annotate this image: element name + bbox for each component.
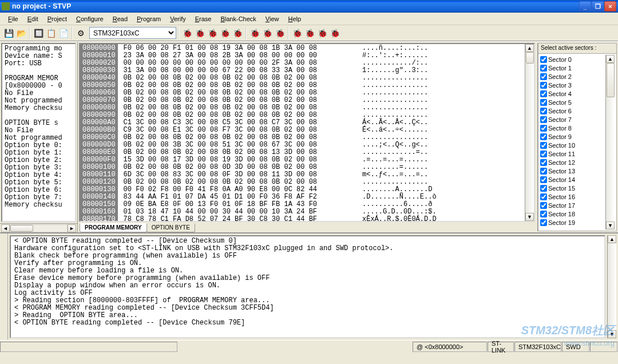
menu-help[interactable]: Help [283, 14, 306, 23]
sector-item[interactable]: Sector 17 [540, 201, 605, 209]
sector-item[interactable]: Sector 16 [540, 192, 605, 201]
sector-checkbox[interactable] [540, 168, 547, 175]
menu-erase[interactable]: Erase [191, 14, 216, 23]
sector-item[interactable]: Sector 12 [540, 158, 605, 167]
sector-checkbox[interactable] [540, 151, 547, 157]
paste-icon[interactable]: 📄 [57, 27, 70, 39]
sector-item[interactable]: Sector 1 [540, 64, 605, 72]
sector-item[interactable]: Sector 7 [540, 115, 605, 124]
sector-item[interactable]: Sector 11 [540, 149, 605, 158]
sector-checkbox[interactable] [540, 116, 547, 123]
sector-checkbox[interactable] [540, 176, 547, 183]
sectors-vscroll[interactable]: ▲ ▼ [605, 55, 615, 230]
sector-checkbox[interactable] [540, 185, 547, 192]
sector-item[interactable]: Sector 13 [540, 167, 605, 175]
read-all-icon[interactable]: 🐞 [181, 27, 193, 39]
scroll-down-icon[interactable]: ▼ [606, 221, 615, 230]
sector-item[interactable]: Sector 18 [540, 209, 605, 218]
scroll-right-icon[interactable]: ► [68, 224, 76, 232]
chip-icon[interactable]: 🔲 [32, 27, 45, 39]
tab-option-byte[interactable]: OPTION BYTE [146, 224, 195, 232]
scroll-up-icon[interactable]: ▲ [608, 235, 616, 243]
sector-checkbox[interactable] [540, 133, 547, 140]
scroll-up-icon[interactable]: ▲ [606, 55, 615, 63]
sector-item[interactable]: Sector 5 [540, 98, 605, 106]
sector-checkbox[interactable] [540, 142, 547, 149]
configure-icon[interactable]: ⚙ [74, 27, 87, 39]
sector-checkbox[interactable] [540, 219, 547, 226]
sector-checkbox[interactable] [540, 125, 547, 132]
menu-verify[interactable]: Verify [165, 14, 191, 23]
sector-checkbox[interactable] [540, 82, 547, 89]
sector-checkbox[interactable] [540, 193, 547, 200]
menu-read[interactable]: Read [108, 14, 132, 23]
close-button[interactable]: × [604, 1, 616, 11]
scroll-up-icon[interactable]: ▲ [525, 44, 534, 52]
vscroll-track[interactable] [525, 64, 534, 213]
program-current-icon[interactable]: 🐞 [219, 27, 231, 39]
sector-checkbox[interactable] [540, 73, 547, 80]
menu-project[interactable]: Project [43, 14, 72, 23]
icon-grey[interactable]: 🐞 [328, 27, 341, 39]
sector-checkbox[interactable] [540, 90, 547, 97]
sector-item[interactable]: Sector 10 [540, 141, 605, 149]
read-current-icon[interactable]: 🐞 [193, 27, 206, 39]
icon-red2[interactable]: 🐞 [303, 27, 316, 39]
program-all-icon[interactable]: 🐞 [206, 27, 219, 39]
sector-item[interactable]: Sector 0 [540, 55, 605, 64]
sector-item[interactable]: Sector 4 [540, 89, 605, 98]
vscroll-track[interactable] [608, 243, 616, 330]
hex-vscroll[interactable]: ▲ ▼ [525, 44, 534, 221]
menu-edit[interactable]: Edit [23, 14, 43, 23]
vscroll-thumb[interactable] [607, 63, 615, 97]
sector-checkbox[interactable] [540, 56, 547, 63]
erase-current-icon[interactable]: 🐞 [261, 27, 274, 39]
maximize-button[interactable]: ❐ [592, 1, 604, 11]
sector-item[interactable]: Sector 15 [540, 184, 605, 192]
log-output[interactable]: < OPTION BYTE reading completed -- [Devi… [10, 235, 605, 338]
save-icon[interactable]: 💾 [2, 27, 15, 39]
sector-item[interactable]: Sector 3 [540, 81, 605, 89]
menu-view[interactable]: View [261, 14, 284, 23]
erase-all-icon[interactable]: 🐞 [248, 27, 261, 39]
scroll-down-icon[interactable]: ▼ [608, 330, 616, 338]
copy-icon[interactable]: 📋 [45, 27, 57, 39]
sector-label: Sector 16 [548, 193, 575, 200]
address-column: 08000000 08000010 08000020 08000030 0800… [80, 44, 118, 221]
log-vscroll[interactable]: ▲ ▼ [607, 235, 616, 338]
vscroll-track[interactable] [606, 97, 615, 221]
sector-item[interactable]: Sector 2 [540, 72, 605, 81]
vscroll-thumb[interactable] [526, 52, 534, 64]
sector-item[interactable]: Sector 14 [540, 175, 605, 184]
minimize-button[interactable]: _ [579, 1, 591, 11]
icon-green1[interactable]: 🐞 [291, 27, 303, 39]
sector-checkbox[interactable] [540, 65, 547, 72]
sector-checkbox[interactable] [540, 202, 547, 209]
menu-program[interactable]: Program [132, 14, 165, 23]
sector-item[interactable]: Sector 19 [540, 218, 605, 227]
menu-configure[interactable]: Configure [72, 14, 108, 23]
menu-blank-check[interactable]: Blank-Check [216, 14, 260, 23]
sector-label: Sector 19 [548, 219, 575, 226]
icon-green2[interactable]: 🐞 [316, 27, 328, 39]
hex-column[interactable]: F0 06 00 20 F1 01 00 08 19 3A 00 08 1B 3… [118, 44, 359, 221]
sector-item[interactable]: Sector 8 [540, 124, 605, 132]
sector-checkbox[interactable] [540, 108, 547, 114]
menu-file[interactable]: File [3, 14, 23, 23]
hscroll-thumb[interactable] [10, 225, 33, 232]
info-text: Programming mo Device name: S Port: USB … [1, 43, 76, 222]
device-combo[interactable]: STM32F103xC [89, 27, 176, 39]
sector-checkbox[interactable] [540, 211, 547, 217]
blank-all-icon[interactable]: 🐞 [274, 27, 286, 39]
info-hscroll[interactable]: ◄ ► [0, 223, 77, 232]
scroll-down-icon[interactable]: ▼ [525, 213, 534, 221]
sector-item[interactable]: Sector 6 [540, 106, 605, 115]
open-icon[interactable]: 📂 [15, 27, 27, 39]
verify-all-icon[interactable]: 🐞 [231, 27, 244, 39]
scroll-left-icon[interactable]: ◄ [1, 224, 10, 232]
sector-checkbox[interactable] [540, 99, 547, 106]
tab-program-memory[interactable]: PROGRAM MEMORY [80, 223, 147, 232]
hscroll-track[interactable] [10, 224, 68, 232]
sector-item[interactable]: Sector 9 [540, 132, 605, 141]
sector-checkbox[interactable] [540, 159, 547, 166]
